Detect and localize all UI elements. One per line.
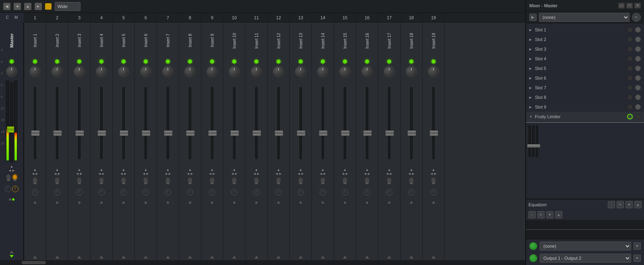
insert-15-pan-lr[interactable]: ◄►: [341, 172, 349, 176]
insert-19-pan-knob[interactable]: [428, 66, 439, 77]
insert-1-lamp[interactable]: [32, 178, 38, 186]
slot-4-power[interactable]: [635, 56, 641, 62]
channel-num-14[interactable]: 14: [312, 13, 334, 23]
none-selector-green-btn[interactable]: [529, 242, 537, 250]
insert-18-name-area[interactable]: Insert 18: [400, 23, 422, 59]
insert-19-fader-thumb[interactable]: [429, 130, 438, 136]
insert-5-fader-thumb[interactable]: [120, 130, 128, 136]
master-clock-1[interactable]: [5, 186, 11, 192]
insert-18-lamp[interactable]: [409, 178, 414, 186]
insert-17-lamp[interactable]: [386, 178, 392, 186]
output-dropdown[interactable]: Output 1 - Output 2: [540, 254, 631, 263]
insert-11-route-up[interactable]: [254, 256, 258, 259]
insert-3-dot[interactable]: [78, 201, 80, 204]
output-dropdown-arrow[interactable]: ▼: [634, 255, 641, 262]
right-slider-3-thumb[interactable]: [535, 144, 540, 148]
insert-4-lamp[interactable]: [99, 178, 104, 186]
insert-12-lamp[interactable]: [276, 178, 281, 186]
insert-16-led[interactable]: [365, 60, 369, 64]
insert-14-clock[interactable]: [320, 189, 326, 195]
insert-9-fader-thumb[interactable]: [208, 130, 217, 136]
insert-6-pan-lr[interactable]: ◄►: [142, 172, 149, 176]
insert-11-pan-up[interactable]: ▲: [255, 168, 258, 172]
channel-num-17[interactable]: 17: [378, 13, 400, 23]
insert-8-clock[interactable]: [187, 189, 193, 195]
insert-9-pan-knob[interactable]: [206, 66, 218, 77]
insert-18-route-up[interactable]: [409, 256, 413, 259]
insert-4-fader-thumb[interactable]: [97, 130, 106, 136]
slot-2-power[interactable]: [635, 37, 641, 42]
channel-num-15[interactable]: 15: [334, 13, 356, 23]
insert-11-pan-lr[interactable]: ◄►: [253, 172, 260, 176]
insert-15-fader-thumb[interactable]: [341, 130, 350, 136]
insert-9-name-area[interactable]: Insert 9: [201, 23, 223, 59]
insert-10-pan-lr[interactable]: ◄►: [231, 172, 238, 176]
insert-19-lamp[interactable]: [431, 178, 436, 186]
insert-12-pan-up[interactable]: ▲: [277, 168, 281, 172]
insert-12-clock[interactable]: [275, 189, 282, 195]
insert-6-pan-up[interactable]: ▲: [144, 168, 148, 172]
insert-12-pan-knob[interactable]: [273, 66, 284, 77]
insert-7-pan-lr[interactable]: ◄►: [164, 172, 171, 176]
insert-16-clock[interactable]: [364, 189, 370, 195]
insert-14-name-area[interactable]: Insert 14: [312, 23, 334, 59]
insert-19-pan-lr[interactable]: ◄►: [430, 172, 437, 176]
insert-4-pan-lr[interactable]: ◄►: [98, 172, 105, 176]
insert-1-clock[interactable]: [32, 189, 38, 195]
insert-17-fader-thumb[interactable]: [385, 130, 394, 136]
insert-14-route-up[interactable]: [321, 256, 325, 259]
insert-17-pan-knob[interactable]: [384, 66, 395, 77]
insert-8-name-area[interactable]: Insert 8: [179, 23, 201, 59]
insert-2-pan-knob[interactable]: [52, 66, 63, 77]
close-button[interactable]: ✕: [634, 3, 641, 8]
insert-8-fader-thumb[interactable]: [186, 130, 195, 136]
master-name-area[interactable]: Master: [0, 23, 23, 59]
insert-13-lamp[interactable]: [298, 178, 303, 186]
insert-5-pan-lr[interactable]: ◄►: [120, 172, 127, 176]
insert-16-lamp[interactable]: [364, 178, 370, 186]
insert-9-pan-lr[interactable]: ◄►: [208, 172, 216, 176]
insert-1-name-area[interactable]: Insert 1: [24, 23, 46, 59]
insert-16-pan-knob[interactable]: [361, 66, 373, 77]
insert-17-dot[interactable]: [388, 201, 390, 204]
insert-19-clock[interactable]: [430, 189, 437, 195]
channel-num-4[interactable]: 4: [91, 13, 113, 23]
channel-num-6[interactable]: 6: [135, 13, 157, 23]
insert-7-fader-thumb[interactable]: [164, 130, 173, 136]
insert-16-dot[interactable]: [366, 201, 368, 204]
insert-18-dot[interactable]: [410, 201, 413, 204]
insert-3-led[interactable]: [77, 60, 81, 64]
insert-2-lamp[interactable]: [54, 178, 60, 186]
eq-btn-1[interactable]: ⋮: [608, 201, 615, 208]
insert-17-name-area[interactable]: Insert 17: [378, 23, 400, 59]
insert-7-dot[interactable]: [167, 201, 169, 204]
insert-3-name-area[interactable]: Insert 3: [68, 23, 90, 59]
fruity-limiter-led[interactable]: [635, 114, 641, 119]
slot-row-5[interactable]: ▶ Slot 5: [526, 64, 644, 73]
insert-9-pan-up[interactable]: ▲: [211, 168, 214, 172]
insert-14-pan-up[interactable]: ▲: [321, 168, 325, 172]
insert-5-name-area[interactable]: Insert 5: [113, 23, 134, 59]
insert-5-lamp[interactable]: [121, 178, 126, 186]
insert-14-fader-thumb[interactable]: [319, 130, 328, 136]
insert-8-route-up[interactable]: [188, 256, 192, 259]
insert-12-dot[interactable]: [277, 201, 280, 204]
insert-11-name-area[interactable]: Insert 11: [246, 23, 267, 59]
insert-13-route-up[interactable]: [299, 256, 303, 259]
insert-3-fader-thumb[interactable]: [75, 130, 84, 136]
insert-6-fader-thumb[interactable]: [142, 130, 151, 136]
eq-row2-btn1[interactable]: ↔: [528, 211, 536, 218]
insert-1-pan-up[interactable]: ▲: [33, 168, 37, 172]
master-route-down[interactable]: [10, 255, 14, 258]
insert-12-led[interactable]: [277, 60, 281, 64]
insert-10-pan-knob[interactable]: [229, 66, 240, 77]
channel-num-11[interactable]: 11: [246, 13, 268, 23]
insert-12-fader-thumb[interactable]: [275, 130, 283, 136]
insert-6-dot[interactable]: [144, 201, 147, 204]
insert-8-dot[interactable]: [189, 201, 191, 204]
master-route-up[interactable]: [10, 251, 14, 253]
master-lamp-off[interactable]: [6, 175, 11, 183]
insert-8-led[interactable]: [188, 60, 192, 64]
insert-6-name-area[interactable]: Insert 6: [135, 23, 157, 59]
insert-8-pan-up[interactable]: ▲: [188, 168, 192, 172]
